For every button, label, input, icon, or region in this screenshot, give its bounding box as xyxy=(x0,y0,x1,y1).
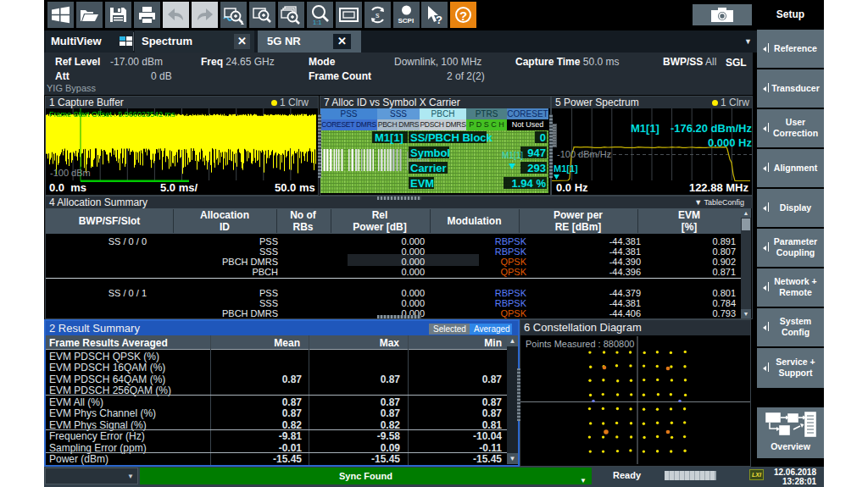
svg-text:Symbol: Symbol xyxy=(410,147,450,159)
svg-text:1:1: 1:1 xyxy=(313,19,321,26)
svg-text:0: 0 xyxy=(540,131,546,144)
svg-text:M1[1]: M1[1] xyxy=(554,163,578,174)
svg-text:M1[1]: M1[1] xyxy=(375,131,403,144)
svg-text:122.88 MHz: 122.88 MHz xyxy=(689,181,749,193)
svg-text:?: ? xyxy=(459,8,467,23)
svg-text:0.000 Hz: 0.000 Hz xyxy=(708,136,753,149)
svg-text:EVM: EVM xyxy=(410,177,434,190)
svg-text:SS/PBCH Block: SS/PBCH Block xyxy=(410,131,493,144)
svg-text:M1[1]: M1[1] xyxy=(631,122,659,135)
svg-text:s: s xyxy=(376,11,380,19)
svg-text:50.0 ms: 50.0 ms xyxy=(275,181,315,193)
svg-text:M1[1]: M1[1] xyxy=(502,151,523,160)
svg-text:-100 dBm: -100 dBm xyxy=(50,168,91,178)
svg-text:293: 293 xyxy=(527,162,546,174)
svg-text:1.94 %: 1.94 % xyxy=(512,177,547,190)
svg-text:0.0 Hz: 0.0 Hz xyxy=(556,181,588,193)
svg-text:SCPI: SCPI xyxy=(398,17,414,25)
svg-text:-176.20 dBm/Hz: -176.20 dBm/Hz xyxy=(670,122,753,135)
svg-text:947: 947 xyxy=(527,147,546,159)
svg-text:0.0 ms: 0.0 ms xyxy=(49,181,86,193)
svg-text:?: ? xyxy=(436,14,442,26)
svg-text:-100 dBm/Hz: -100 dBm/Hz xyxy=(557,149,611,159)
svg-text:5.0 ms/: 5.0 ms/ xyxy=(160,181,198,193)
svg-text:Carrier: Carrier xyxy=(410,162,447,174)
svg-text:Frame Start Offset : 5.9660235: Frame Start Offset : 5.966023542 ms xyxy=(49,110,175,119)
